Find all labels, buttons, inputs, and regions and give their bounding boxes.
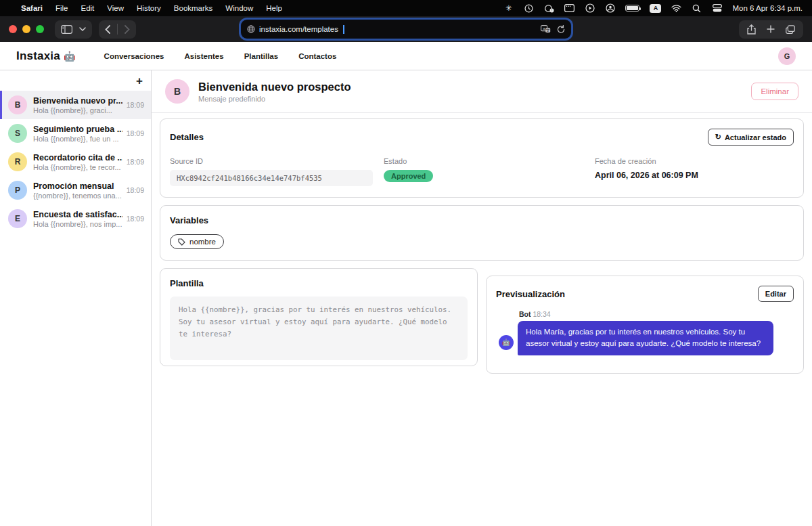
template-time: 18:09 (122, 158, 144, 166)
template-card-title: Plantilla (170, 278, 468, 288)
template-list-item[interactable]: B Bienvenida nuevo pr... Hola {{nombre}}… (0, 91, 151, 119)
screen-time-icon[interactable] (524, 3, 534, 14)
add-template-button[interactable]: + (136, 75, 143, 87)
menu-window[interactable]: Window (225, 4, 253, 12)
nav-contactos[interactable]: Contactos (298, 52, 336, 60)
template-list-item[interactable]: P Promoción mensual {{nombre}}, tenemos … (0, 176, 151, 204)
battery-icon[interactable] (625, 5, 639, 12)
page-subtitle: Mensaje predefinido (198, 95, 351, 103)
nav-divider (117, 24, 118, 35)
status-label: Estado (384, 157, 595, 165)
template-time: 18:09 (122, 186, 144, 194)
globe-icon (247, 25, 255, 33)
brand-logo[interactable]: Instaxia 🤖 (16, 49, 76, 63)
created-label: Fecha de creación (595, 157, 698, 165)
toolbar-right-group (739, 20, 803, 39)
template-title: Bienvenida nuevo pr... (33, 96, 122, 106)
menu-history[interactable]: History (137, 4, 161, 12)
minimize-window-button[interactable] (22, 25, 30, 33)
tag-icon (178, 238, 185, 246)
template-body: Hola {{nombre}}, gracias por tu interés … (170, 297, 468, 360)
menu-safari[interactable]: Safari (21, 4, 43, 12)
template-avatar: P (8, 181, 27, 200)
svg-text:!: ! (551, 8, 552, 12)
bot-avatar-icon: 🤖 (499, 335, 514, 350)
menu-edit[interactable]: Edit (81, 4, 95, 12)
sparkle-icon[interactable]: ✳ (503, 3, 514, 14)
template-list-item[interactable]: R Recordatorio cita de ... Hola {{nombre… (0, 148, 151, 176)
refresh-icon: ↻ (715, 133, 721, 141)
menu-view[interactable]: View (107, 4, 124, 12)
template-title: Encuesta de satisfac... (33, 210, 122, 219)
template-card: Plantilla Hola {{nombre}}, gracias por t… (160, 268, 478, 366)
template-title: Seguimiento prueba ... (33, 125, 122, 134)
variables-card: Variables nombre (160, 205, 804, 261)
control-center-icon[interactable] (712, 3, 722, 14)
menu-help[interactable]: Help (266, 4, 282, 12)
created-value: April 06, 2026 at 06:09 PM (595, 171, 698, 180)
detail-avatar: B (165, 79, 189, 104)
status-badge: Approved (384, 170, 433, 182)
template-time: 18:09 (122, 129, 144, 137)
template-list-item[interactable]: S Seguimiento prueba ... Hola {{nombre}}… (0, 119, 151, 148)
wifi-icon[interactable] (671, 3, 681, 14)
app-nav: Instaxia 🤖 Conversaciones Asistentes Pla… (0, 42, 812, 70)
template-snippet: Hola {{nombre}}, nos imp... (33, 220, 122, 228)
robot-emoji-icon: 🤖 (64, 51, 76, 62)
nav-asistentes[interactable]: Asistentes (184, 52, 223, 60)
edit-button[interactable]: Editar (758, 286, 794, 302)
nav-conversaciones[interactable]: Conversaciones (104, 52, 164, 60)
refresh-status-button[interactable]: ↻ Actualizar estado (708, 129, 794, 146)
menu-bar-clock[interactable]: Mon 6 Apr 6:34 p.m. (732, 4, 803, 12)
details-card: Detalles ↻ Actualizar estado Source ID H… (160, 118, 804, 198)
template-snippet: Hola {{nombre}}, te recor... (33, 163, 122, 171)
nav-links: Conversaciones Asistentes Plantillas Con… (104, 52, 337, 60)
chevron-down-icon[interactable] (79, 27, 86, 31)
window-tiles-icon[interactable] (564, 3, 574, 14)
preview-card-title: Previsualización (496, 289, 565, 299)
delete-button[interactable]: Eliminar (751, 83, 798, 100)
notification-badge-icon[interactable]: ! (544, 3, 554, 14)
tab-overview-icon[interactable] (786, 25, 795, 34)
play-circle-icon[interactable] (585, 3, 595, 14)
translate-icon[interactable]: a文 (541, 25, 551, 33)
variable-chip[interactable]: nombre (170, 234, 224, 249)
template-title: Recordatorio cita de ... (33, 153, 122, 162)
bot-message-time: 18:34 (533, 310, 550, 318)
back-button[interactable] (105, 25, 110, 34)
safari-toolbar: instaxia.com/templates a文 (0, 16, 812, 42)
share-icon[interactable] (747, 24, 756, 35)
window-controls (9, 25, 44, 33)
forward-button[interactable] (125, 25, 130, 34)
template-avatar: R (8, 152, 27, 171)
variables-card-title: Variables (170, 215, 794, 225)
spotlight-search-icon[interactable] (692, 3, 702, 14)
user-circle-icon[interactable] (605, 3, 615, 14)
brand-name: Instaxia (16, 49, 60, 63)
menu-bookmarks[interactable]: Bookmarks (174, 4, 213, 12)
address-bar[interactable]: instaxia.com/templates a文 (241, 20, 571, 39)
template-snippet: Hola {{nombre}}, graci... (33, 106, 122, 114)
template-title: Promoción mensual (33, 181, 122, 191)
template-list-item[interactable]: E Encuesta de satisfac... Hola {{nombre}… (0, 204, 151, 233)
bot-message-bubble: Hola María, gracias por tu interés en nu… (518, 321, 773, 355)
macos-menu-bar: Safari File Edit View History Bookmarks … (0, 0, 812, 16)
template-time: 18:09 (122, 215, 144, 223)
sidebar-toggle-icon[interactable] (61, 25, 72, 34)
new-tab-icon[interactable] (767, 25, 775, 33)
template-list: B Bienvenida nuevo pr... Hola {{nombre}}… (0, 91, 151, 233)
reload-icon[interactable] (557, 25, 565, 34)
menu-file[interactable]: File (55, 4, 68, 12)
close-window-button[interactable] (9, 25, 17, 33)
url-text[interactable]: instaxia.com/templates (259, 25, 338, 33)
preview-card: Previsualización Editar 🤖 Bot 18:34 Hola… (486, 276, 804, 374)
template-snippet: {{nombre}}, tenemos una... (33, 192, 122, 200)
nav-plantillas[interactable]: Plantillas (244, 52, 279, 60)
input-source-icon[interactable]: A (650, 4, 661, 13)
bot-sender-name: Bot (519, 310, 531, 318)
zoom-window-button[interactable] (36, 25, 44, 33)
user-avatar[interactable]: G (778, 47, 796, 65)
details-card-title: Detalles (170, 132, 204, 142)
template-avatar: E (8, 209, 27, 228)
template-list-sidebar: + B Bienvenida nuevo pr... Hola {{nombre… (0, 70, 152, 526)
